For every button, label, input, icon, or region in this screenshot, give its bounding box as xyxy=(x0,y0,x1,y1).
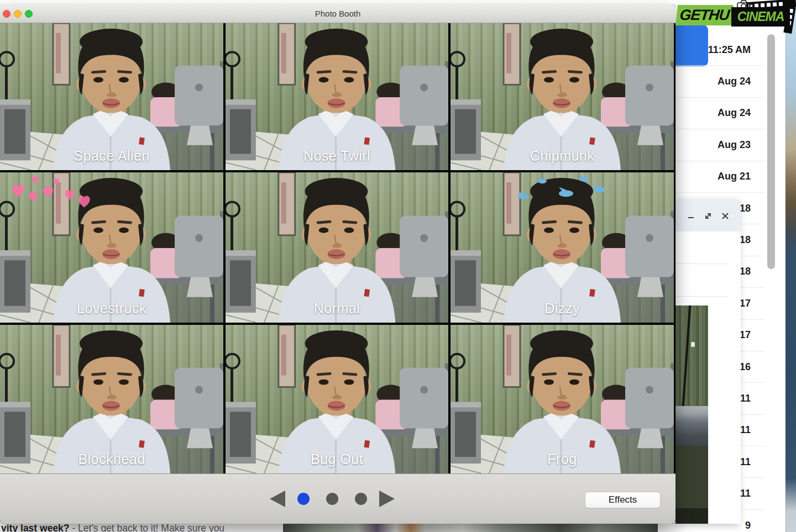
email-snippet-preview: - Let's get back to it! Make sure you xyxy=(70,523,225,532)
mail-row-date: 11 xyxy=(740,393,751,404)
mini-popup-header xyxy=(675,200,741,231)
mail-list-row[interactable]: Aug 23 xyxy=(675,129,764,161)
pager-dots xyxy=(297,493,367,505)
mail-row-date: 11 xyxy=(740,456,751,468)
effect-thumbnail[interactable]: Normal xyxy=(226,172,448,323)
mail-row-date: Aug 23 xyxy=(718,139,751,151)
desktop-wallpaper xyxy=(785,0,796,532)
minimize-icon[interactable] xyxy=(686,211,696,221)
gethucinema-watermark: GETHU CINEMA xyxy=(677,0,796,34)
mail-row-date: 17 xyxy=(740,298,751,309)
zoom-window-button[interactable] xyxy=(25,10,33,18)
pager-dot-active[interactable] xyxy=(297,493,310,505)
effect-thumbnail[interactable]: Lovestruck xyxy=(0,172,223,323)
curtain-clip xyxy=(691,342,695,347)
background-photo-strip xyxy=(675,305,708,524)
floor-shadow xyxy=(675,508,708,524)
mail-row-date: 11 xyxy=(740,424,751,436)
divider xyxy=(675,264,728,264)
desk-shadow xyxy=(675,446,708,508)
mail-row-date: 17 xyxy=(740,329,751,341)
effect-thumbnail[interactable]: Chipmunk xyxy=(451,23,674,170)
mail-row-date: Aug 24 xyxy=(718,76,751,87)
effect-thumbnail[interactable]: Dizzy xyxy=(451,172,674,323)
pager-dot[interactable] xyxy=(355,493,367,505)
effect-label: Dizzy xyxy=(451,301,674,317)
effects-button[interactable]: Effects xyxy=(585,492,661,508)
desk-edge xyxy=(675,406,708,446)
effect-label: Bug Out xyxy=(226,451,448,467)
window-title: Photo Booth xyxy=(0,4,675,23)
effects-pager xyxy=(270,491,395,507)
mail-list-row[interactable]: 11:25 AM xyxy=(675,34,764,66)
mail-row-date: 18 xyxy=(740,234,751,246)
background-photo-edge xyxy=(283,524,658,532)
mail-row-date: 11:25 AM xyxy=(708,44,751,56)
titlebar[interactable]: Photo Booth xyxy=(0,4,675,23)
effect-label: Frog xyxy=(451,451,674,467)
screen: 11:25 AMAug 24Aug 24Aug 23Aug 2118181817… xyxy=(0,0,796,532)
close-icon[interactable] xyxy=(720,211,730,221)
effect-label: Space Alien xyxy=(0,148,223,164)
mail-row-date: 18 xyxy=(740,266,751,277)
next-page-arrow[interactable] xyxy=(379,491,395,507)
effect-label: Chipmunk xyxy=(451,148,674,164)
logo-word-gethu: GETHU xyxy=(675,5,734,25)
close-window-button[interactable] xyxy=(3,10,11,18)
mail-list-row[interactable]: Aug 24 xyxy=(675,98,764,129)
email-snippet-subject: vity last week? xyxy=(1,523,70,532)
mail-row-date: 11 xyxy=(740,488,751,499)
effect-thumbnail[interactable]: Blockhead xyxy=(0,325,223,473)
effects-grid: Space Alien xyxy=(0,23,675,473)
traffic-lights xyxy=(3,10,33,18)
expand-icon[interactable] xyxy=(703,211,713,221)
effect-label: Normal xyxy=(226,301,448,317)
effect-thumbnail[interactable]: Space Alien xyxy=(0,23,223,170)
mail-list-row[interactable]: Aug 24 xyxy=(675,66,764,97)
light-stand-pole xyxy=(682,305,691,408)
effect-thumbnail[interactable]: Bug Out xyxy=(226,325,448,473)
effect-thumbnail[interactable]: Nose Twirl xyxy=(226,23,448,170)
effect-thumbnail[interactable]: Frog xyxy=(451,325,674,473)
mail-row-date: Aug 21 xyxy=(718,171,751,182)
previous-page-arrow[interactable] xyxy=(270,491,285,507)
pager-dot[interactable] xyxy=(326,493,338,505)
mail-row-date: Aug 24 xyxy=(718,107,751,119)
divider xyxy=(675,296,728,297)
effect-label: Blockhead xyxy=(0,451,223,467)
mail-row-date: 16 xyxy=(740,361,751,373)
mail-row-date: 9 xyxy=(745,520,751,531)
minimize-window-button[interactable] xyxy=(14,10,22,18)
effect-label: Lovestruck xyxy=(0,301,223,317)
photo-booth-window: Photo Booth xyxy=(0,4,675,524)
bottom-toolbar: Effects xyxy=(0,473,675,524)
effect-label: Nose Twirl xyxy=(226,148,448,164)
mail-row-date: 18 xyxy=(740,203,751,214)
logo-word-cinema: CINEMA xyxy=(731,7,790,27)
scrollbar-thumb[interactable] xyxy=(767,34,775,269)
mail-list-row[interactable]: Aug 21 xyxy=(675,161,764,193)
